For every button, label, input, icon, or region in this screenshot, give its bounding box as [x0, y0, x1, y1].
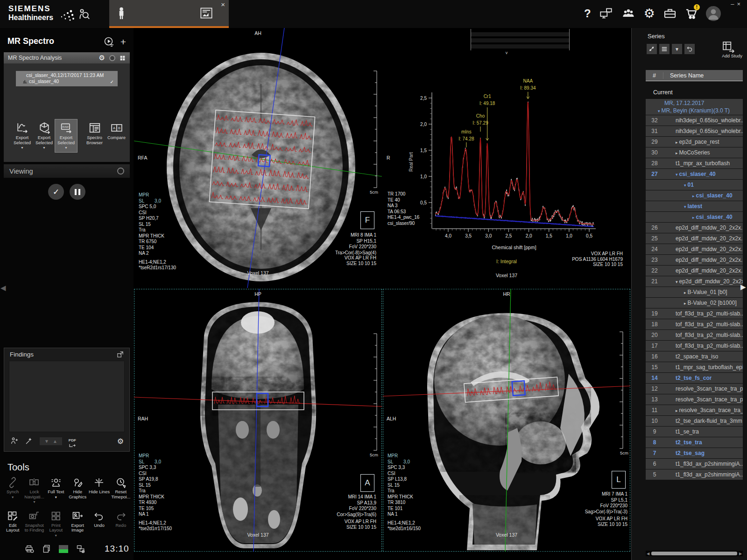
accept-button[interactable]: ✓	[48, 184, 64, 200]
tool-undo[interactable]: Undo	[88, 511, 110, 539]
tool-hide[interactable]: Hide Graphics	[67, 477, 88, 505]
quadrant-spectrum[interactable]: 4,03,53,02,52,01,51,00,50,51,01,52,02,5m…	[383, 28, 630, 288]
series-row-11[interactable]: 11▸resolve_3scan_trace_tra_p...	[646, 405, 743, 415]
user-avatar[interactable]	[706, 6, 721, 21]
chevron-down-icon[interactable]: ▾	[684, 204, 686, 209]
analysis-panel-header[interactable]: MR Spectro Analysis ⚙	[4, 52, 130, 63]
close-icon[interactable]: ×	[737, 0, 743, 7]
series-row-csi_slaser_40[interactable]: ▸csi_slaser_40	[646, 212, 743, 222]
series-row-15[interactable]: 15t1_mpr_sag_turboflash_epi...	[646, 362, 743, 372]
printer-status-icon[interactable]	[24, 544, 35, 553]
collapse-left-panel-icon[interactable]: ◀	[0, 284, 6, 292]
pause-button[interactable]	[70, 184, 85, 200]
briefcase-icon[interactable]	[663, 7, 677, 20]
spectro-browser-button-3[interactable]: Spectro Browser	[84, 119, 106, 147]
series-row-24[interactable]: 24ep2d_diff_mddw_20_2x2x...	[646, 244, 743, 254]
study-row[interactable]: MR, 17.12.2017 ▾MR, Beyin (Kranium)(3.0 …	[646, 99, 743, 115]
quadrant-coronal[interactable]: HP RAH MPRSL 3,0SPC 3,3CSISP A19,8SL 15T…	[134, 289, 382, 552]
export-selected-button-0[interactable]: Export Selected▼	[11, 119, 33, 152]
chevron-right-icon[interactable]: ▸	[684, 290, 686, 295]
series-row-23[interactable]: 23ep2d_diff_mddw_20_2x2x...	[646, 255, 743, 265]
series-row-18[interactable]: 18tof_fl3d_tra_p2_multi-slab...	[646, 319, 743, 329]
patient-tab[interactable]: ×	[109, 0, 229, 28]
series-row-8[interactable]: 8t2_tse_tra	[646, 437, 743, 448]
tool-hide-lines[interactable]: Hide Lines	[88, 477, 110, 505]
series-row-6[interactable]: 6t1_fl3d_ax_p2shimmingiA...	[646, 459, 743, 469]
scroll-right-icon[interactable]: ▶	[738, 552, 743, 556]
series-row-12[interactable]: 12resolve_3scan_trace_tra_p...	[646, 384, 743, 394]
series-row-B-Value_01 [b0][interactable]: ▸B-Value_01 [b0]	[646, 287, 743, 297]
list-view-icon[interactable]	[659, 44, 669, 54]
analysis-toggle-icon[interactable]	[109, 55, 115, 61]
series-row-14[interactable]: 14t2_tse_fs_cor	[646, 373, 743, 383]
marketplace-cart-icon[interactable]: !	[685, 7, 698, 20]
findings-settings-gear-icon[interactable]: ⚙	[117, 437, 124, 446]
help-icon[interactable]: ?	[584, 7, 591, 20]
chevron-down-icon[interactable]: ▾	[676, 172, 678, 177]
scrollbar-thumb[interactable]	[651, 552, 737, 555]
export-pdf-icon[interactable]: PDF	[69, 435, 76, 448]
dropdown-caret-icon[interactable]: ▼	[64, 146, 68, 151]
tool-reset[interactable]: Reset Timepoi...	[110, 477, 132, 505]
add-study-button[interactable]: Add Study	[722, 41, 742, 58]
chevron-right-icon[interactable]: ▸	[692, 215, 695, 220]
monitors-icon[interactable]	[599, 7, 613, 20]
findings-list-empty[interactable]	[9, 361, 125, 432]
series-row-9[interactable]: 9t1_se_tra	[646, 427, 743, 437]
tool-edit[interactable]: Edit Layout	[2, 511, 23, 539]
chevron-right-icon[interactable]: ▸	[692, 194, 695, 198]
reset-list-icon[interactable]	[684, 44, 695, 54]
dataset-item[interactable]: csi_slaser_40,12/17/2017 11:23 AM csi_sl…	[16, 71, 118, 86]
export-selected-button-2[interactable]: RAWExport Selected▼	[55, 119, 77, 152]
series-row-32[interactable]: 32nih3depi_0.65iso_wholebr...	[646, 115, 743, 126]
series-row-26[interactable]: 26ep2d_diff_mddw_20_2x2x...	[646, 223, 743, 233]
run-protocol-icon[interactable]	[104, 36, 115, 48]
chevron-right-icon[interactable]: ▸	[676, 408, 678, 413]
collapsed-map-widget[interactable]	[471, 29, 570, 50]
series-row-30[interactable]: 30▸MoCoSeries	[646, 147, 743, 158]
patient-search-icon[interactable]	[77, 8, 90, 21]
window-controls[interactable]: –×	[731, 0, 743, 7]
series-row-20[interactable]: 20tof_fl3d_tra_p2_multi-slab...	[646, 330, 743, 340]
display-protocol-icon[interactable]	[647, 44, 657, 54]
series-row-22[interactable]: 22ep2d_diff_mddw_20_2x2x...	[646, 266, 743, 276]
collapse-right-panel-icon[interactable]: ▶	[740, 283, 746, 291]
queue-pages-icon[interactable]	[42, 544, 51, 553]
analysis-settings-gear-icon[interactable]: ⚙	[99, 54, 105, 62]
series-row-31[interactable]: 31nih3depi_0.65iso_wholebr...	[646, 126, 743, 136]
scroll-left-icon[interactable]: ◀	[646, 552, 650, 556]
series-row-19[interactable]: 19tof_fl3d_tra_p2_multi-slab...	[646, 308, 743, 319]
chevron-right-icon[interactable]: ▸	[676, 140, 678, 145]
chevron-down-icon[interactable]: ▾	[684, 183, 686, 188]
series-row-B-Value_02 [b1000][interactable]: ▸B-Value_02 [b1000]	[646, 298, 743, 308]
series-row-7[interactable]: 7t2_tse_sag	[646, 448, 743, 458]
series-row-10[interactable]: 10t2_tse_dark-fluid_tra_3mm	[646, 416, 743, 426]
series-row-17[interactable]: 17tof_fl3d_tra_p2_multi-slab...	[646, 341, 743, 351]
minimize-icon[interactable]: –	[731, 0, 737, 7]
marker-wand-icon[interactable]	[25, 437, 33, 445]
layout-grid-icon[interactable]	[120, 55, 126, 61]
tool-full-text[interactable]: Full Text▼	[45, 477, 67, 505]
series-row-01[interactable]: ▾01	[646, 180, 743, 190]
quadrant-sagittal[interactable]: HR ALH MPRSL 3,0SPC 3,3CSISP L13,8SL 15T…	[383, 289, 630, 552]
series-hscrollbar[interactable]: ◀ ▶	[646, 551, 743, 556]
chevron-down-icon[interactable]: v	[383, 50, 630, 55]
series-row-16[interactable]: 16t2_space_tra_iso	[646, 351, 743, 362]
series-row-21[interactable]: 21▾ep2d_diff_mddw_20_2x2x...	[646, 276, 743, 287]
quadrant-axial[interactable]: AH RFA MPRSL 3,0SPC 5,0CSISP H20,7SL 15T…	[134, 28, 382, 288]
export-selected-button-1[interactable]: Export Selected▼	[33, 119, 55, 152]
series-row-29[interactable]: 29▸ep2d_pace_rest	[646, 137, 743, 147]
series-row-28[interactable]: 28t1_mpr_ax_turboflash	[646, 158, 743, 168]
filter-dropdown-icon[interactable]: ▼	[672, 44, 682, 54]
compare-button-4[interactable]: ABCompare	[106, 119, 127, 142]
viewing-section-header[interactable]: Viewing	[4, 164, 130, 178]
series-row-27[interactable]: 27▾csi_slaser_40	[646, 169, 743, 179]
chevron-right-icon[interactable]: ▸	[676, 151, 678, 155]
series-row-25[interactable]: 25ep2d_diff_mddw_20_2x2x...	[646, 233, 743, 244]
users-icon[interactable]	[621, 7, 636, 20]
tab-close-icon[interactable]: ×	[221, 0, 225, 8]
popout-icon[interactable]	[117, 351, 124, 358]
chevron-right-icon[interactable]: ▸	[684, 301, 686, 306]
network-monitors-icon[interactable]	[76, 544, 86, 553]
report-image-icon[interactable]	[200, 7, 213, 19]
